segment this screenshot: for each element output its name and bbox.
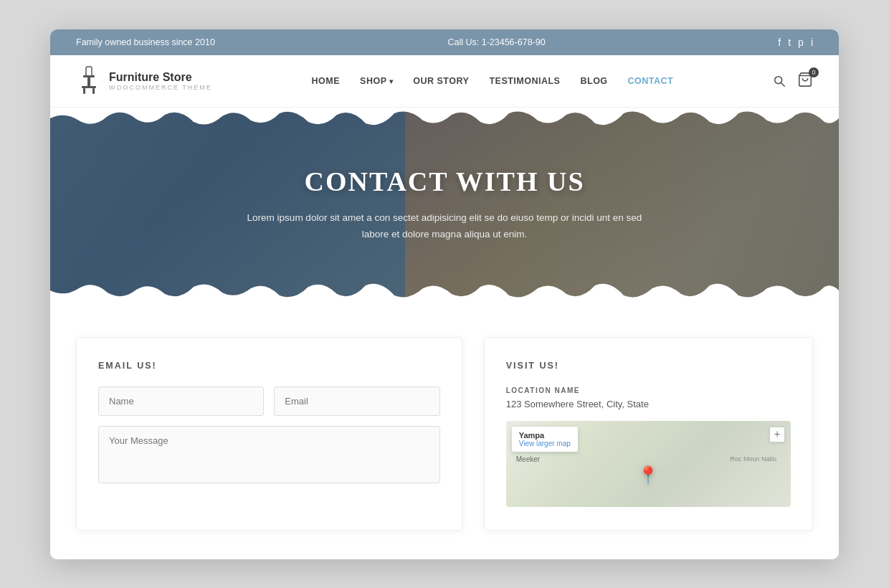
top-bar: Family owned business since 2010 Call Us… [50,29,839,55]
svg-rect-1 [83,75,95,77]
map-label-roc: Roc Moun Natio [730,455,776,464]
social-icons: f t p i [778,37,813,48]
logo[interactable]: Furniture Store WOOCOMMERCE THEME [76,65,212,97]
svg-rect-4 [83,88,85,94]
content-section: EMAIL US! VISIT US! LOCATION NAME 123 So… [50,301,839,559]
torn-edge-top [50,108,839,129]
cart-count: 0 [809,67,819,77]
name-input[interactable] [98,387,264,416]
location-address: 123 Somewhere Street, City, State [506,399,791,409]
email-input[interactable] [274,387,439,416]
hero-subtitle: Lorem ipsum dolor sit amet a con sectet … [237,210,652,243]
nav-shop[interactable]: SHOP [360,76,393,86]
svg-rect-2 [87,77,90,87]
main-nav: HOME SHOP OUR STORY TESTIMONIALS BLOG CO… [312,76,674,86]
message-textarea[interactable] [98,426,440,483]
svg-rect-0 [86,67,92,77]
instagram-icon[interactable]: i [811,37,813,48]
facebook-icon[interactable]: f [778,37,781,48]
location-label: LOCATION NAME [506,387,791,394]
top-bar-left: Family owned business since 2010 [76,37,215,47]
map-label-meeker: Meeker [516,455,540,463]
content-grid: EMAIL US! VISIT US! LOCATION NAME 123 So… [76,337,813,531]
nav-home[interactable]: HOME [312,76,341,86]
twitter-icon[interactable]: t [788,37,791,48]
pinterest-icon[interactable]: p [798,37,804,48]
nav-testimonials[interactable]: TESTIMONIALS [489,76,560,86]
nav-contact[interactable]: CONTACT [628,76,674,86]
hero-content: CONTACT WITH US Lorem ipsum dolor sit am… [208,166,681,243]
svg-rect-5 [92,88,95,94]
svg-rect-3 [82,86,96,88]
svg-line-7 [781,82,785,86]
search-icon[interactable] [773,75,786,87]
hero-section: CONTACT WITH US Lorem ipsum dolor sit am… [50,108,839,301]
header-actions: 0 [773,72,813,90]
map-inner: Yampa View larger map 📍 Meeker Roc Moun … [506,421,791,507]
logo-name: Furniture Store [109,71,212,84]
visit-panel: VISIT US! LOCATION NAME 123 Somewhere St… [484,337,813,531]
browser-window: Family owned business since 2010 Call Us… [50,29,839,559]
map-pin: 📍 [637,465,659,485]
svg-point-6 [775,76,782,83]
map-container: Yampa View larger map 📍 Meeker Roc Moun … [506,421,791,507]
header: Furniture Store WOOCOMMERCE THEME HOME S… [50,55,839,108]
visit-panel-title: VISIT US! [506,361,791,371]
logo-sub: WOOCOMMERCE THEME [109,84,212,91]
logo-icon [76,65,102,97]
cart-wrapper[interactable]: 0 [797,72,813,90]
form-name-email-row [98,387,440,416]
map-zoom-button[interactable]: + [769,427,785,442]
email-panel-title: EMAIL US! [98,361,440,371]
nav-blog[interactable]: BLOG [580,76,607,86]
email-form-panel: EMAIL US! [76,337,462,531]
top-bar-center: Call Us: 1-23456-678-90 [215,37,778,47]
map-larger-link[interactable]: View larger map [519,440,571,447]
nav-our-story[interactable]: OUR STORY [413,76,469,86]
map-tooltip-title: Yampa [519,431,571,440]
map-tooltip: Yampa View larger map [512,427,578,452]
hero-title: CONTACT WITH US [237,166,652,197]
logo-text: Furniture Store WOOCOMMERCE THEME [109,71,212,91]
map-label-roc-text: Roc Moun Natio [730,455,776,463]
torn-edge-bottom [50,280,839,301]
